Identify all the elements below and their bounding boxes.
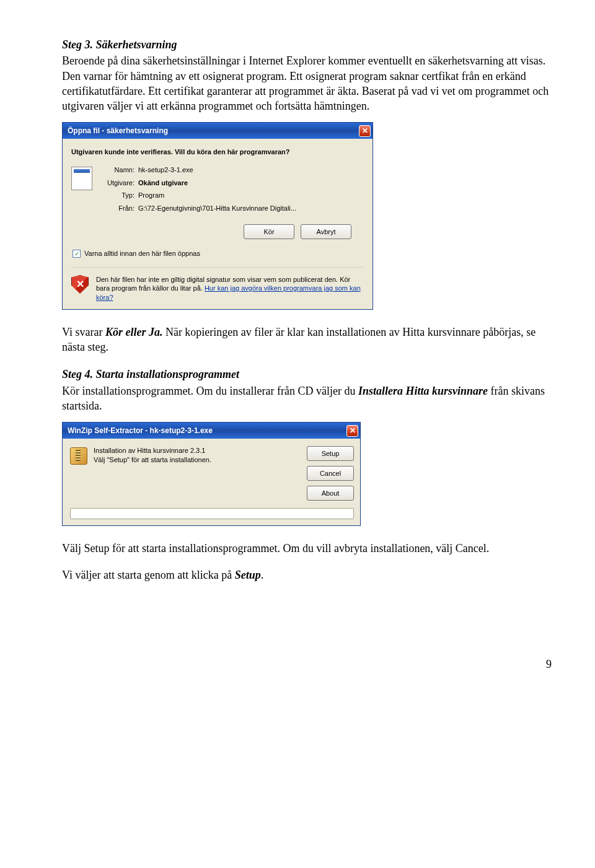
setup-button[interactable]: Setup bbox=[307, 446, 354, 461]
progress-bar bbox=[70, 508, 354, 519]
warn-checkbox-label: Varna alltid innan den här filen öppnas bbox=[84, 249, 200, 258]
value-type: Program bbox=[138, 191, 296, 200]
label-name: Namn: bbox=[101, 165, 138, 175]
value-name: hk-setup2-3-1.exe bbox=[138, 165, 296, 175]
dialog1-question: Utgivaren kunde inte verifieras. Vill du… bbox=[71, 147, 364, 156]
step3-paragraph: Beroende på dina säkerhetsinställningar … bbox=[62, 53, 552, 113]
label-type: Typ: bbox=[101, 191, 138, 200]
warning-text: Den här filen har inte en giltig digital… bbox=[96, 275, 364, 302]
value-publisher: Okänd utgivare bbox=[138, 178, 296, 188]
emph-install: Installera Hitta kursvinnare bbox=[358, 385, 488, 397]
after-dialog2-para1: Välj Setup för att starta installationsp… bbox=[62, 541, 552, 556]
dialog1-titlebar: Öppna fil - säkerhetsvarning ✕ bbox=[63, 123, 372, 139]
dialog2-title: WinZip Self-Extractor - hk-setup2-3-1.ex… bbox=[68, 426, 213, 436]
close-icon[interactable]: ✕ bbox=[346, 425, 358, 437]
label-publisher: Utgivare: bbox=[101, 178, 138, 188]
cancel-button[interactable]: Avbryt bbox=[301, 224, 351, 239]
warn-checkbox[interactable]: ✓ bbox=[73, 250, 81, 258]
step3-heading: Steg 3. Säkerhetsvarning bbox=[62, 37, 552, 52]
winzip-extractor-dialog: WinZip Self-Extractor - hk-setup2-3-1.ex… bbox=[62, 422, 361, 526]
after-dialog2-para2: Vi väljer att starta genom att klicka på… bbox=[62, 568, 552, 582]
about-button[interactable]: About bbox=[307, 486, 354, 501]
dialog1-title: Öppna fil - säkerhetsvarning bbox=[68, 126, 168, 136]
application-icon bbox=[71, 167, 92, 190]
divider bbox=[71, 267, 364, 268]
shield-icon: ✕ bbox=[71, 275, 89, 294]
close-icon[interactable]: ✕ bbox=[359, 125, 371, 137]
dialog2-titlebar: WinZip Self-Extractor - hk-setup2-3-1.ex… bbox=[63, 423, 360, 439]
security-warning-dialog: Öppna fil - säkerhetsvarning ✕ Utgivaren… bbox=[62, 122, 373, 309]
step4-paragraph: Kör installationsprogrammet. Om du insta… bbox=[62, 384, 552, 414]
dialog2-text: Installation av Hitta kursvinnare 2.3.1 … bbox=[94, 446, 301, 464]
label-from: Från: bbox=[101, 204, 138, 213]
emph-setup: Setup bbox=[235, 569, 261, 581]
value-from: G:\72-Egenutgivning\701-Hitta Kursvinnar… bbox=[138, 204, 296, 213]
page-number: 9 bbox=[62, 657, 552, 672]
file-info-grid: Namn: hk-setup2-3-1.exe Utgivare: Okänd … bbox=[101, 165, 296, 213]
cancel-button[interactable]: Cancel bbox=[307, 466, 354, 481]
emph-kor-ja: Kör eller Ja. bbox=[105, 326, 163, 338]
winzip-icon bbox=[70, 447, 87, 465]
after-dialog1-paragraph: Vi svarar Kör eller Ja. När kopieringen … bbox=[62, 325, 552, 355]
step4-heading: Steg 4. Starta installationsprogrammet bbox=[62, 367, 552, 382]
run-button[interactable]: Kör bbox=[244, 224, 294, 239]
